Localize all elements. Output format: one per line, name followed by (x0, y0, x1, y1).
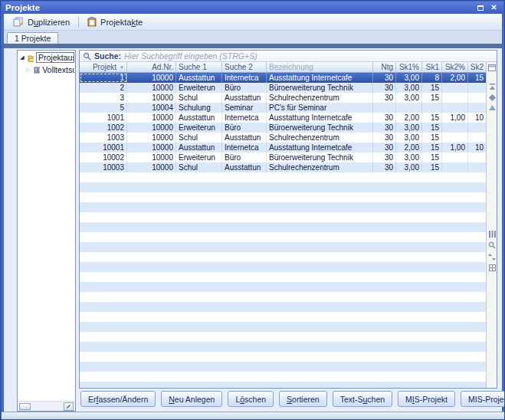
zoom-icon[interactable] (487, 241, 497, 250)
search-icon (83, 52, 91, 61)
empty-row (80, 312, 486, 322)
panel-expand-icon (66, 404, 71, 409)
grid-panel: Suche: Hier Suchbegriff eingeben (STRG+S… (79, 50, 497, 389)
scroll-up-icon[interactable] (487, 103, 497, 113)
table-row[interactable]: 1000310000SchulAusstattunSchulrechenzent… (80, 162, 486, 172)
column-header[interactable]: Bezeichnung (267, 62, 373, 72)
columns-icon[interactable] (487, 229, 497, 238)
erfassen-aendern-button[interactable]: Erfassen/Ändern (80, 391, 156, 407)
table-cell: 1,00 (442, 143, 468, 153)
table-cell: 2 (80, 83, 127, 93)
sortieren-button[interactable]: Sortieren (279, 391, 327, 407)
table-cell: 1003 (80, 133, 127, 143)
table-cell: 2,00 (396, 143, 422, 153)
table-row[interactable]: 210000ErweiterunBüroBüroerweiterung Tech… (80, 83, 486, 93)
table-cell: Ausstattun (176, 113, 222, 123)
close-button[interactable]: ✕ (488, 3, 500, 13)
text-suchen-button[interactable]: Text-Suchen (333, 391, 392, 407)
table-cell: 10000 (127, 153, 176, 162)
column-header[interactable]: Projekt▼ (80, 62, 127, 72)
table-row[interactable]: 100310000SchulAusstattunSchulrechenzentr… (80, 133, 486, 143)
table-cell: 15 (422, 162, 442, 172)
table-cell: Erweiterun (176, 153, 222, 162)
column-header[interactable]: Suche 2 (222, 62, 267, 72)
neu-anlegen-button[interactable]: Neu Anlegen (161, 391, 222, 407)
table-cell: Schulrechenzentrum (267, 162, 373, 172)
tree-expanded-icon[interactable]: ◢ (19, 54, 25, 61)
scroll-first-icon[interactable] (487, 82, 497, 91)
search-input[interactable]: Hier Suchbegriff eingeben (STRG+S) (124, 51, 257, 61)
restore-icon (477, 5, 484, 11)
tree-panel-footer (18, 401, 75, 411)
column-chooser-icon[interactable] (487, 63, 497, 72)
mis-projektbelege-button[interactable]: MIS-Projektbelege (461, 391, 505, 407)
projekte-window: Projekte ✕ Duplizieren (0, 0, 505, 420)
column-header[interactable]: Sk1% (396, 62, 422, 72)
table-cell: 10000 (127, 113, 176, 123)
scroll-jump-icon[interactable] (487, 93, 497, 102)
tab-projekte[interactable]: 1 Projekte (7, 32, 58, 44)
table-row[interactable]: 100110000AusstattunInternetcaAusstattung… (80, 113, 486, 123)
grid-settings-icon[interactable] (487, 263, 497, 272)
search-bar[interactable]: Suche: Hier Suchbegriff eingeben (STRG+S… (80, 51, 497, 62)
window-bottom-frame (2, 412, 505, 420)
column-header[interactable]: Suche 1 (176, 62, 222, 72)
empty-row (80, 322, 486, 332)
projektakte-label: Projektakte (100, 18, 143, 27)
vertical-scrollbar[interactable] (486, 62, 497, 388)
table-row[interactable]: 310000SchulAusstattunSchulrechenzentrum3… (80, 93, 486, 103)
column-header-label: Ad.Nr. (152, 63, 173, 71)
projektakte-button[interactable]: Projektakte (82, 15, 148, 30)
table-cell: 3,00 (396, 153, 422, 162)
table-cell: 3,00 (396, 83, 422, 93)
table-cell: Schulrechenzentrum (267, 93, 373, 103)
table-cell: 5 (80, 103, 127, 113)
tree-collapsed-icon[interactable]: ▷ (25, 67, 31, 73)
table-cell: 10004 (127, 103, 176, 113)
table-row[interactable]: 1000110000AusstattunInternetcaAusstattun… (80, 143, 486, 153)
table-cell (442, 162, 468, 172)
empty-row (80, 332, 486, 342)
table-cell: 15 (422, 93, 442, 103)
tree-hscrollbar[interactable] (19, 403, 31, 410)
column-header[interactable]: Sk1 (422, 62, 442, 72)
duplizieren-button[interactable]: Duplizieren (8, 15, 75, 30)
column-header-label: Bezeichnung (269, 63, 313, 71)
table-row[interactable]: 100210000ErweiterunBüroBüroerweiterung T… (80, 123, 486, 133)
folder-open-icon (28, 54, 34, 62)
fulltext-search-icon (34, 66, 40, 74)
table-cell (468, 162, 486, 172)
grid-header: Projekt▼Ad.Nr.Suche 1Suche 2BezeichnungN… (80, 62, 486, 73)
restore-button[interactable] (474, 3, 486, 13)
sidebar-item-label: Volltextsuche (42, 65, 74, 74)
grid: Projekt▼Ad.Nr.Suche 1Suche 2BezeichnungN… (80, 62, 486, 388)
table-cell: 15 (422, 113, 442, 123)
column-header-label: Sk2% (445, 63, 465, 71)
table-cell: 30 (373, 123, 396, 133)
column-header-label: Sk1 (426, 63, 439, 71)
column-header[interactable]: Ad.Nr. (127, 62, 176, 72)
table-cell (442, 103, 468, 113)
sidebar-item-volltextsuche[interactable]: ▷ Volltextsuche (18, 64, 75, 75)
table-row[interactable]: 510004SchulungSeminarPC's für Seminar (80, 103, 486, 113)
column-header-label: Suche 1 (179, 63, 207, 71)
toolbar-separator (78, 17, 79, 28)
column-header[interactable]: Ntg (373, 62, 396, 72)
tabstrip: 1 Projekte (4, 31, 502, 44)
mis-projekt-button[interactable]: MIS-Projekt (398, 391, 455, 407)
panel-expand-button[interactable] (64, 402, 74, 411)
sidebar-item-projektauswahl[interactable]: ◢ Projektauswahl (18, 51, 75, 64)
loeschen-button[interactable]: Löschen (228, 391, 274, 407)
table-cell (468, 93, 486, 103)
tab-projekte-label: 1 Projekte (15, 34, 51, 43)
table-row[interactable]: 1000210000ErweiterunBüroBüroerweiterung … (80, 153, 486, 162)
table-row[interactable]: 110000AusstattunInternetcaAusstattung In… (80, 73, 486, 83)
table-cell: Schul (176, 133, 222, 143)
sort-icon: ▼ (120, 65, 124, 70)
sort-toggle-icon[interactable] (487, 252, 497, 261)
empty-row (80, 192, 486, 202)
column-header[interactable]: Sk2% (442, 62, 468, 72)
column-header[interactable]: Sk2 (468, 62, 486, 72)
table-cell: 1002 (80, 123, 127, 133)
table-cell (422, 103, 442, 113)
